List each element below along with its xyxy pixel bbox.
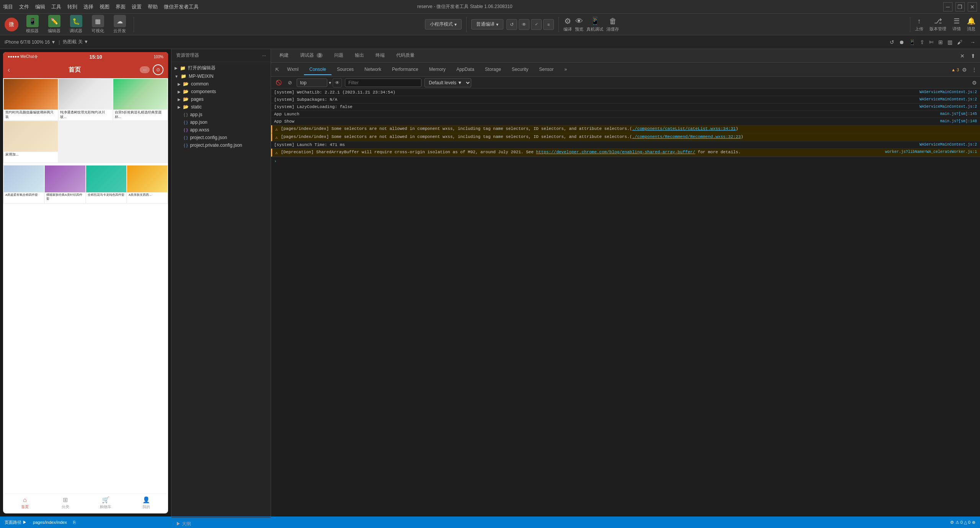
nav-cart[interactable]: 🛒 购物车 [86, 494, 126, 512]
current-page[interactable]: pages/index/index [33, 520, 67, 525]
filter-input[interactable] [345, 79, 421, 87]
tab-problems[interactable]: 问题 [329, 50, 349, 62]
debugger-btn[interactable]: 🐛 调试器 [67, 13, 85, 35]
inner-tab-appdata[interactable]: AppData [451, 64, 480, 75]
mode-select[interactable]: 小程序模式 ▾ [425, 19, 462, 30]
log-source[interactable]: main.js?[sm]:145 [940, 112, 977, 116]
product-item[interactable]: 裸睡家肤经典A类针织四件套 [45, 166, 85, 203]
menu-item-view[interactable]: 视图 [100, 3, 109, 10]
back-icon[interactable]: ‹ [8, 66, 10, 74]
menu-item-help[interactable]: 帮助 [148, 3, 158, 10]
compile-mode-select[interactable]: 普通编译 ▾ [471, 19, 503, 30]
product-item[interactable]: 家用加... [4, 121, 58, 162]
phone-icon[interactable]: 📱 [909, 39, 915, 45]
nav-category[interactable]: ⊞ 分类 [45, 494, 86, 512]
settings-status-icon[interactable]: ⚙ [950, 520, 954, 525]
inner-tab-network[interactable]: Network [359, 64, 387, 75]
share-icon[interactable]: ⇪ [920, 39, 924, 45]
inner-tab-performance[interactable]: Performance [387, 64, 424, 75]
more-actions-icon[interactable]: ⋮ [970, 65, 978, 74]
tree-item-static[interactable]: ▶ 📂 static [172, 103, 271, 111]
clear-cache-action[interactable]: 🗑 清缓存 [606, 17, 619, 32]
record-icon[interactable]: ⏺ [899, 39, 904, 45]
compile-action[interactable]: ⚙ 编译 [564, 16, 572, 32]
log-source[interactable]: WAServiceMainContext.js:2 [920, 97, 977, 102]
simulator-btn[interactable]: 📱 模拟器 [23, 13, 42, 35]
menu-item-edit[interactable]: 编辑 [35, 3, 45, 10]
tree-item-app-wxss[interactable]: { } app.wxss [172, 126, 271, 134]
eye-icon[interactable]: 👁 [519, 19, 529, 30]
outline-section[interactable]: ▶ 大纲 [172, 517, 271, 528]
product-item[interactable]: 全棉煎花马卡龙纯色四件套 [86, 166, 126, 203]
copy-page-icon[interactable]: ⎘ [73, 520, 76, 525]
grid-icon[interactable]: ⊞ [938, 39, 943, 45]
tree-item-app-js[interactable]: { } app.js [172, 111, 271, 118]
inner-tab-security[interactable]: Security [506, 64, 534, 75]
message-action[interactable]: 🔔 消息 [967, 17, 975, 32]
context-input[interactable] [297, 79, 327, 87]
inspect-icon[interactable]: ⇱ [273, 65, 282, 74]
layout-icon[interactable]: ▥ [947, 39, 952, 45]
log-link[interactable]: ./components/cateList/cateList.wxss:34:3… [632, 126, 736, 131]
menu-item-settings[interactable]: 设置 [132, 3, 142, 10]
visualize-btn[interactable]: ▦ 可视化 [88, 13, 107, 35]
log-source[interactable]: main.js?[sm]:148 [940, 119, 977, 123]
menu-item-weixin[interactable]: 微信开发者工具 [164, 3, 199, 10]
preview-action[interactable]: 👁 预览 [575, 17, 583, 32]
menu-item-project[interactable]: 项目 [3, 3, 13, 10]
detail-action[interactable]: ☰ 详情 [952, 17, 961, 32]
filter-toggle-icon[interactable]: ⊘ [286, 79, 294, 86]
devtools-close-icon[interactable]: ✕ [959, 51, 966, 61]
inner-tab-memory[interactable]: Memory [424, 64, 451, 75]
eye-toggle-icon[interactable]: 👁 [333, 78, 342, 87]
prohibit-icon[interactable]: 🚫 [274, 79, 283, 86]
nav-circle-btn[interactable]: ⊙ [153, 64, 163, 75]
log-source[interactable]: worker.js?libName=WA_celerateWorker.js:1 [885, 150, 977, 154]
check-circle-icon[interactable]: ✓ [531, 19, 542, 30]
nav-home[interactable]: ⌂ 首页 [5, 494, 45, 512]
inner-tab-more[interactable]: » [559, 64, 572, 75]
inner-tab-sources[interactable]: Sources [332, 64, 359, 75]
upload-action[interactable]: ↑ 上传 [915, 17, 923, 32]
restore-button[interactable]: ❐ [956, 2, 965, 11]
device-info[interactable]: iPhone 6/7/8 100% 16 ▼ [5, 39, 56, 45]
minimize-button[interactable]: ─ [943, 2, 952, 11]
menu-item-goto[interactable]: 转到 [67, 3, 77, 10]
tree-item-pages[interactable]: ▶ 📂 pages [172, 95, 271, 103]
cut-icon[interactable]: ✄ [929, 39, 934, 45]
menu-item-interface[interactable]: 界面 [116, 3, 126, 10]
tree-item-open-editors[interactable]: ▶ 📁 打开的编辑器 [172, 64, 271, 72]
devtools-maximize-icon[interactable]: ⬆ [969, 51, 977, 61]
hotarea-toggle[interactable]: 热图截 关 ▼ [63, 39, 88, 45]
tree-item-components[interactable]: ▶ 📂 components [172, 88, 271, 95]
file-panel-more-icon[interactable]: ··· [262, 53, 266, 58]
product-item[interactable]: A类亲肤支西西... [127, 166, 167, 203]
tree-item-app-json[interactable]: { } app.json [172, 118, 271, 126]
close-button[interactable]: ✕ [968, 2, 977, 11]
context-chevron-icon[interactable]: ▾ [329, 80, 331, 85]
tree-item-project-private[interactable]: { } project.private.config.json [172, 141, 271, 149]
tree-item-common[interactable]: ▶ 📂 common [172, 80, 271, 88]
tab-build[interactable]: 构建 [274, 50, 294, 62]
log-source[interactable]: WAServiceMainContext.js:2 [920, 90, 977, 94]
layers-icon[interactable]: ≡ [543, 19, 554, 30]
inner-tab-sensor[interactable]: Sensor [534, 64, 559, 75]
inner-tab-storage[interactable]: Storage [480, 64, 506, 75]
refresh-secondary-icon[interactable]: ↺ [890, 39, 894, 45]
nav-profile[interactable]: 👤 我的 [126, 494, 167, 512]
log-source[interactable]: WAServiceMainContext.js:2 [920, 105, 977, 109]
deprecation-link[interactable]: https://developer.chrome.com/blog/enabli… [536, 150, 695, 154]
realtest-action[interactable]: 📱 真机调试 [586, 16, 603, 32]
brush-icon[interactable]: 🖌 [957, 39, 962, 45]
tab-code-quality[interactable]: 代码质量 [391, 50, 420, 62]
console-input[interactable] [278, 159, 977, 164]
refresh-icon[interactable]: ↺ [506, 19, 517, 30]
settings-console-icon[interactable]: ⚙ [972, 80, 977, 86]
editor-btn[interactable]: ✏️ 编辑器 [45, 13, 64, 35]
product-item[interactable]: A类超柔有氧全棉四件套 [4, 166, 44, 203]
menu-item-select[interactable]: 选择 [83, 3, 93, 10]
inner-tab-console[interactable]: Console [304, 64, 332, 75]
arrow-right-icon[interactable]: → [970, 39, 975, 45]
menu-item-tools[interactable]: 工具 [51, 3, 61, 10]
product-item[interactable]: 纯净通透树纹理光彩绚约冰川玻... [59, 79, 113, 120]
